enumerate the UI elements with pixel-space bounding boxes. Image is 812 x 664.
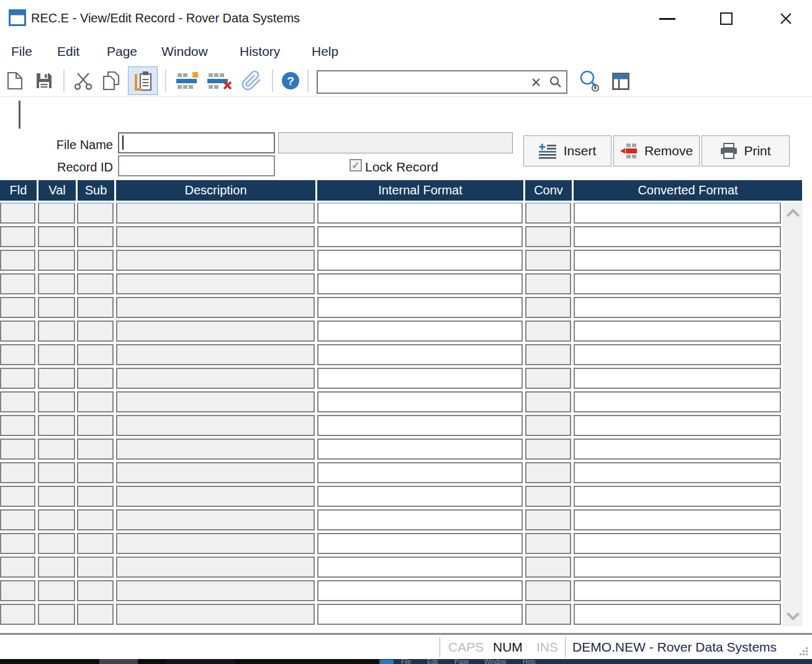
background-menu-item: Window [484,659,507,664]
insert-row-icon [539,143,557,159]
close-button[interactable] [771,6,801,31]
cut-button[interactable] [72,70,94,91]
layout-button[interactable] [611,72,630,91]
table-cell-fld [0,226,35,247]
copy-button[interactable] [101,70,122,92]
table-cell-internal-format[interactable] [317,557,523,578]
table-cell-sub [77,557,114,578]
search-view-button[interactable] [578,69,602,94]
paperclip-icon [241,70,262,91]
minimize-icon [659,18,675,20]
minimize-button[interactable] [653,6,682,31]
scroll-down-button[interactable] [783,606,803,625]
table-cell-internal-format[interactable] [317,415,523,436]
help-button[interactable]: ? [280,70,301,91]
table-cell-internal-format[interactable] [317,321,523,342]
table-cell-converted-format[interactable] [574,486,781,507]
table-cell-sub [77,202,114,224]
table-cell-internal-format[interactable] [317,202,523,224]
table-cell-val [38,273,75,294]
remove-button[interactable]: Remove [613,135,700,166]
column-header-sub: Sub [78,180,114,201]
record-id-input[interactable] [118,155,275,176]
table-cell-converted-format[interactable] [574,226,781,247]
checkmark-icon: ✓ [351,160,359,171]
table-cell-converted-format[interactable] [574,533,781,554]
table-cell-internal-format[interactable] [317,439,523,460]
table-cell-converted-format[interactable] [574,297,781,318]
table-row [0,273,781,294]
table-cell-converted-format[interactable] [574,344,781,365]
resize-grip[interactable] [800,647,808,656]
clear-search-button[interactable] [526,71,545,93]
table-cell-sub [77,509,114,530]
search-button[interactable] [545,71,566,93]
table-cell-internal-format[interactable] [317,462,523,483]
table-cell-converted-format[interactable] [574,391,781,412]
table-row [0,462,781,483]
menu-item-page[interactable]: Page [107,44,137,59]
new-document-button[interactable] [5,70,25,91]
table-cell-conv [525,391,571,412]
table-row [0,250,781,271]
maximize-button[interactable] [712,6,741,31]
file-name-input[interactable] [118,132,275,153]
menu-item-window[interactable]: Window [161,44,208,59]
table-cell-description [116,391,315,412]
table-cell-internal-format[interactable] [317,297,523,318]
table-cell-sub [77,391,114,412]
column-header-conv: Conv [525,180,572,201]
edit-caret-marker [19,101,20,129]
menu-item-history[interactable]: History [240,44,280,59]
delete-line-button[interactable] [206,71,234,91]
table-body [0,202,781,626]
print-button[interactable]: Print [701,135,790,166]
toolbar-separator [272,70,273,92]
menu-item-edit[interactable]: Edit [57,44,79,59]
table-cell-converted-format[interactable] [574,321,781,342]
table-cell-converted-format[interactable] [574,509,781,530]
table-row [0,580,781,601]
table-cell-internal-format[interactable] [317,580,523,601]
table-cell-internal-format[interactable] [317,344,523,365]
vertical-scrollbar[interactable] [783,202,803,626]
menu-item-file[interactable]: File [11,44,32,59]
paste-button[interactable] [128,66,158,95]
table-cell-converted-format[interactable] [574,250,781,271]
insert-line-button[interactable] [175,71,201,91]
table-cell-internal-format[interactable] [317,250,523,271]
insert-button[interactable]: Insert [523,135,611,166]
clipboard-icon [133,70,152,91]
table-cell-converted-format[interactable] [574,439,781,460]
table-cell-converted-format[interactable] [574,273,781,294]
table-cell-converted-format[interactable] [574,580,781,601]
table-cell-description [116,297,315,318]
table-cell-internal-format[interactable] [317,226,523,247]
table-cell-description [116,557,315,578]
table-cell-internal-format[interactable] [317,391,523,412]
help-icon: ? [281,71,300,90]
table-cell-internal-format[interactable] [317,604,523,625]
menu-item-help[interactable]: Help [312,44,338,59]
table-cell-internal-format[interactable] [317,273,523,294]
attach-button[interactable] [240,70,263,92]
table-cell-converted-format[interactable] [574,415,781,436]
save-button[interactable] [34,70,55,91]
table-cell-converted-format[interactable] [574,462,781,483]
table-cell-conv [525,321,571,342]
table-cell-internal-format[interactable] [317,509,523,530]
table-cell-internal-format[interactable] [317,533,523,554]
table-cell-converted-format[interactable] [574,557,781,578]
window-title: REC.E - View/Edit Record - Rover Data Sy… [31,11,300,25]
search-input[interactable] [318,75,526,89]
table-cell-description [116,604,315,625]
table-cell-fld [0,415,35,436]
table-cell-fld [0,250,35,271]
scroll-up-button[interactable] [783,204,803,222]
table-cell-internal-format[interactable] [317,368,523,389]
table-cell-converted-format[interactable] [574,604,781,625]
table-cell-converted-format[interactable] [574,202,781,224]
table-cell-internal-format[interactable] [317,486,523,507]
table-cell-converted-format[interactable] [574,368,781,389]
table-cell-conv [525,462,571,483]
